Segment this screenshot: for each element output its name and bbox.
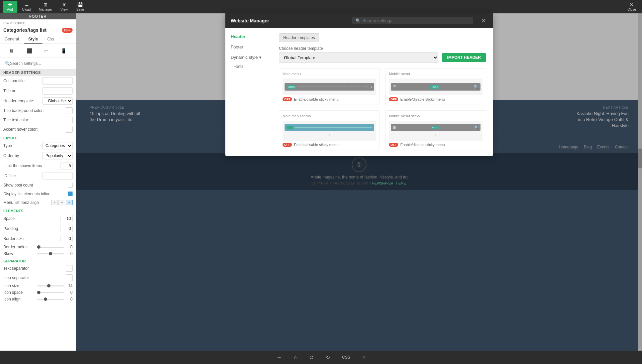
manager-label: Manager xyxy=(39,8,52,11)
manager-button[interactable]: ⊞ Manager xyxy=(35,1,55,13)
add-icon: ✚ xyxy=(8,2,12,7)
cloud-icon: ☁ xyxy=(24,2,29,7)
view-icon: 👁 xyxy=(62,2,67,7)
save-button[interactable]: 💾 Save xyxy=(73,1,88,13)
cloud-button[interactable]: ☁ Cloud xyxy=(19,1,34,13)
close-button[interactable]: ✕ Close xyxy=(624,1,639,13)
add-button[interactable]: ✚ Add xyxy=(3,1,17,13)
close-label: Close xyxy=(627,8,636,11)
top-toolbar: ✚ Add ☁ Cloud ⊞ Manager 👁 View 💾 Save ✕ … xyxy=(0,0,642,13)
cloud-label: Cloud xyxy=(22,8,31,11)
view-label: View xyxy=(61,8,68,11)
save-label: Save xyxy=(76,8,84,11)
manager-icon: ⊞ xyxy=(43,2,47,7)
add-label: Add xyxy=(7,8,13,11)
close-icon: ✕ xyxy=(630,2,634,7)
view-button[interactable]: 👁 View xyxy=(57,1,72,13)
save-icon: 💾 xyxy=(77,2,83,7)
